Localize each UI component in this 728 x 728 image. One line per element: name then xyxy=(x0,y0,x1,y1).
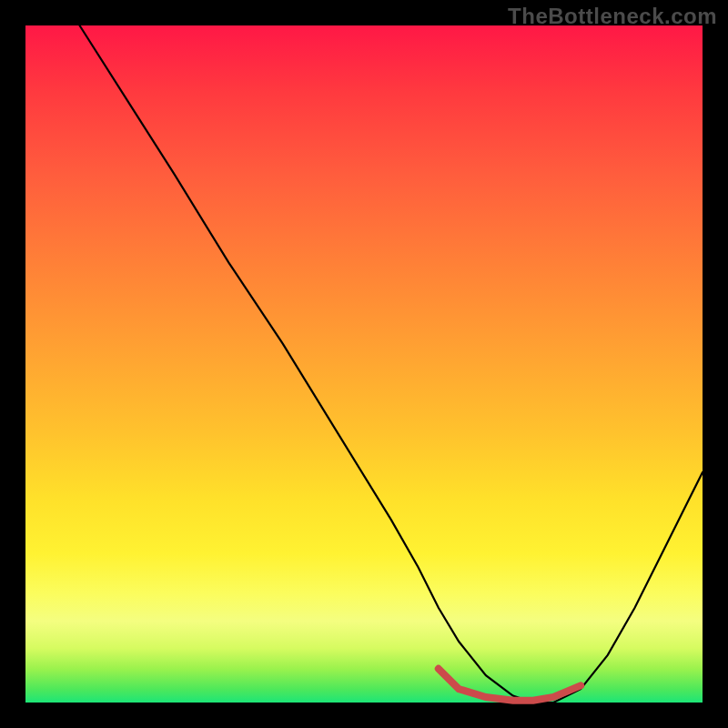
chart-frame: TheBottleneck.com xyxy=(0,0,728,728)
plot-area xyxy=(25,25,703,703)
line-highlight-valley xyxy=(439,669,581,701)
watermark-text: TheBottleneck.com xyxy=(508,4,717,29)
line-curve-main xyxy=(80,25,703,703)
chart-overlay xyxy=(25,25,703,703)
